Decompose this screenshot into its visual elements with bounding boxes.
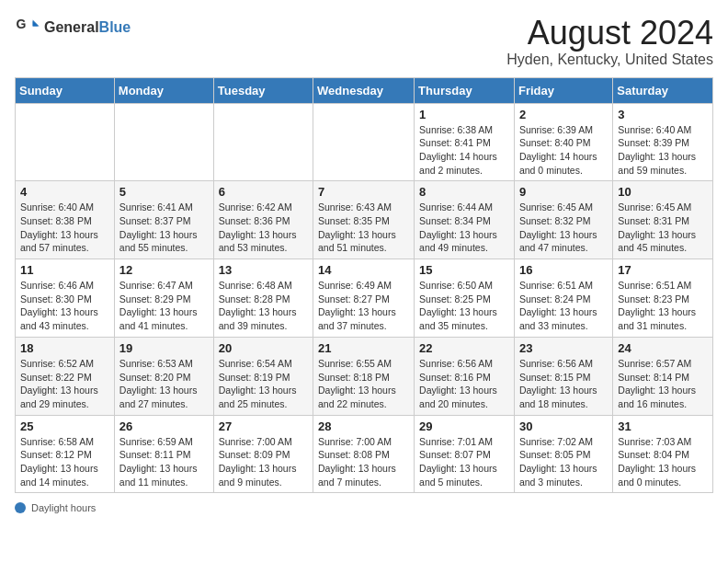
day-info: Sunrise: 6:42 AM Sunset: 8:36 PM Dayligh… [219, 201, 308, 255]
calendar-cell: 22Sunrise: 6:56 AM Sunset: 8:16 PM Dayli… [415, 337, 515, 415]
day-number: 30 [519, 419, 608, 433]
day-info: Sunrise: 6:59 AM Sunset: 8:11 PM Dayligh… [119, 435, 209, 489]
day-info: Sunrise: 6:40 AM Sunset: 8:38 PM Dayligh… [20, 201, 109, 255]
calendar-cell: 10Sunrise: 6:45 AM Sunset: 8:31 PM Dayli… [613, 181, 713, 259]
day-info: Sunrise: 6:46 AM Sunset: 8:30 PM Dayligh… [20, 279, 109, 333]
calendar-table: SundayMondayTuesdayWednesdayThursdayFrid… [15, 77, 713, 494]
day-number: 16 [519, 263, 608, 277]
calendar-cell: 17Sunrise: 6:51 AM Sunset: 8:23 PM Dayli… [613, 259, 713, 338]
footer: Daylight hours [15, 502, 713, 513]
day-info: Sunrise: 6:43 AM Sunset: 8:35 PM Dayligh… [318, 201, 409, 255]
calendar-week-row: 18Sunrise: 6:52 AM Sunset: 8:22 PM Dayli… [16, 337, 713, 415]
day-info: Sunrise: 7:03 AM Sunset: 8:04 PM Dayligh… [618, 435, 708, 489]
day-info: Sunrise: 6:51 AM Sunset: 8:24 PM Dayligh… [519, 279, 608, 333]
calendar-cell: 1Sunrise: 6:38 AM Sunset: 8:41 PM Daylig… [415, 103, 515, 181]
column-header-tuesday: Tuesday [213, 77, 313, 103]
calendar-cell: 13Sunrise: 6:48 AM Sunset: 8:28 PM Dayli… [213, 259, 313, 338]
calendar-cell: 26Sunrise: 6:59 AM Sunset: 8:11 PM Dayli… [114, 415, 213, 493]
day-info: Sunrise: 6:45 AM Sunset: 8:31 PM Dayligh… [618, 201, 708, 255]
day-number: 14 [318, 263, 409, 277]
day-number: 10 [618, 185, 708, 199]
title-block: August 2024 Hyden, Kentucky, United Stat… [506, 15, 713, 68]
calendar-cell: 9Sunrise: 6:45 AM Sunset: 8:32 PM Daylig… [514, 181, 612, 259]
calendar-week-row: 11Sunrise: 6:46 AM Sunset: 8:30 PM Dayli… [16, 259, 713, 338]
day-number: 18 [20, 341, 109, 355]
calendar-cell: 20Sunrise: 6:54 AM Sunset: 8:19 PM Dayli… [213, 337, 313, 415]
day-number: 24 [618, 341, 708, 355]
logo-blue: Blue [99, 19, 131, 35]
day-number: 1 [419, 108, 509, 121]
page-header: G GeneralBlue August 2024 Hyden, Kentuck… [15, 15, 713, 68]
day-number: 8 [419, 185, 509, 199]
logo-icon: G [15, 15, 40, 40]
calendar-cell: 5Sunrise: 6:41 AM Sunset: 8:37 PM Daylig… [114, 181, 213, 259]
day-info: Sunrise: 7:02 AM Sunset: 8:05 PM Dayligh… [519, 435, 608, 489]
calendar-cell: 23Sunrise: 6:56 AM Sunset: 8:15 PM Dayli… [514, 337, 612, 415]
day-info: Sunrise: 6:48 AM Sunset: 8:28 PM Dayligh… [219, 279, 308, 333]
day-number: 26 [119, 419, 209, 433]
calendar-week-row: 1Sunrise: 6:38 AM Sunset: 8:41 PM Daylig… [16, 103, 713, 181]
day-info: Sunrise: 6:40 AM Sunset: 8:39 PM Dayligh… [618, 123, 708, 178]
day-number: 3 [618, 108, 708, 121]
calendar-cell: 18Sunrise: 6:52 AM Sunset: 8:22 PM Dayli… [16, 337, 115, 415]
column-header-thursday: Thursday [415, 77, 515, 103]
calendar-week-row: 4Sunrise: 6:40 AM Sunset: 8:38 PM Daylig… [16, 181, 713, 259]
day-info: Sunrise: 6:58 AM Sunset: 8:12 PM Dayligh… [20, 435, 109, 489]
calendar-cell: 8Sunrise: 6:44 AM Sunset: 8:34 PM Daylig… [415, 181, 515, 259]
day-number: 6 [219, 185, 308, 199]
logo-general: General [44, 19, 99, 35]
day-number: 25 [20, 419, 109, 433]
day-info: Sunrise: 6:50 AM Sunset: 8:25 PM Dayligh… [419, 279, 509, 333]
day-info: Sunrise: 6:55 AM Sunset: 8:18 PM Dayligh… [318, 357, 409, 411]
day-number: 31 [618, 419, 708, 433]
calendar-cell: 12Sunrise: 6:47 AM Sunset: 8:29 PM Dayli… [114, 259, 213, 338]
day-number: 17 [618, 263, 708, 277]
day-info: Sunrise: 6:47 AM Sunset: 8:29 PM Dayligh… [119, 279, 209, 333]
calendar-cell: 6Sunrise: 6:42 AM Sunset: 8:36 PM Daylig… [213, 181, 313, 259]
day-info: Sunrise: 6:38 AM Sunset: 8:41 PM Dayligh… [419, 123, 509, 178]
day-number: 11 [20, 263, 109, 277]
day-number: 28 [318, 419, 409, 433]
day-number: 9 [519, 185, 608, 199]
day-info: Sunrise: 6:56 AM Sunset: 8:16 PM Dayligh… [419, 357, 509, 411]
logo: G GeneralBlue [15, 15, 131, 40]
calendar-cell: 21Sunrise: 6:55 AM Sunset: 8:18 PM Dayli… [313, 337, 415, 415]
column-header-friday: Friday [514, 77, 612, 103]
day-number: 27 [219, 419, 308, 433]
day-number: 29 [419, 419, 509, 433]
calendar-cell: 24Sunrise: 6:57 AM Sunset: 8:14 PM Dayli… [613, 337, 713, 415]
calendar-cell: 29Sunrise: 7:01 AM Sunset: 8:07 PM Dayli… [415, 415, 515, 493]
calendar-cell [313, 103, 415, 181]
day-number: 4 [20, 185, 109, 199]
calendar-week-row: 25Sunrise: 6:58 AM Sunset: 8:12 PM Dayli… [16, 415, 713, 493]
day-info: Sunrise: 6:51 AM Sunset: 8:23 PM Dayligh… [618, 279, 708, 333]
calendar-cell: 31Sunrise: 7:03 AM Sunset: 8:04 PM Dayli… [613, 415, 713, 493]
day-info: Sunrise: 6:41 AM Sunset: 8:37 PM Dayligh… [119, 201, 209, 255]
svg-text:G: G [16, 17, 26, 31]
day-info: Sunrise: 6:52 AM Sunset: 8:22 PM Dayligh… [20, 357, 109, 411]
daylight-dot [15, 502, 26, 513]
day-info: Sunrise: 7:00 AM Sunset: 8:08 PM Dayligh… [318, 435, 409, 489]
daylight-label: Daylight hours [31, 502, 96, 513]
column-header-monday: Monday [114, 77, 213, 103]
calendar-cell [213, 103, 313, 181]
page-title: August 2024 [506, 15, 713, 52]
calendar-cell: 25Sunrise: 6:58 AM Sunset: 8:12 PM Dayli… [16, 415, 115, 493]
day-info: Sunrise: 7:01 AM Sunset: 8:07 PM Dayligh… [419, 435, 509, 489]
day-info: Sunrise: 6:45 AM Sunset: 8:32 PM Dayligh… [519, 201, 608, 255]
day-info: Sunrise: 6:44 AM Sunset: 8:34 PM Dayligh… [419, 201, 509, 255]
day-number: 2 [519, 108, 608, 121]
calendar-cell: 4Sunrise: 6:40 AM Sunset: 8:38 PM Daylig… [16, 181, 115, 259]
page-subtitle: Hyden, Kentucky, United States [506, 52, 713, 68]
calendar-cell: 27Sunrise: 7:00 AM Sunset: 8:09 PM Dayli… [213, 415, 313, 493]
day-number: 19 [119, 341, 209, 355]
calendar-cell: 2Sunrise: 6:39 AM Sunset: 8:40 PM Daylig… [514, 103, 612, 181]
calendar-cell [114, 103, 213, 181]
calendar-cell: 14Sunrise: 6:49 AM Sunset: 8:27 PM Dayli… [313, 259, 415, 338]
day-info: Sunrise: 6:39 AM Sunset: 8:40 PM Dayligh… [519, 123, 608, 178]
calendar-cell: 11Sunrise: 6:46 AM Sunset: 8:30 PM Dayli… [16, 259, 115, 338]
calendar-cell: 19Sunrise: 6:53 AM Sunset: 8:20 PM Dayli… [114, 337, 213, 415]
day-number: 23 [519, 341, 608, 355]
day-info: Sunrise: 6:53 AM Sunset: 8:20 PM Dayligh… [119, 357, 209, 411]
logo-text: GeneralBlue [44, 19, 131, 36]
